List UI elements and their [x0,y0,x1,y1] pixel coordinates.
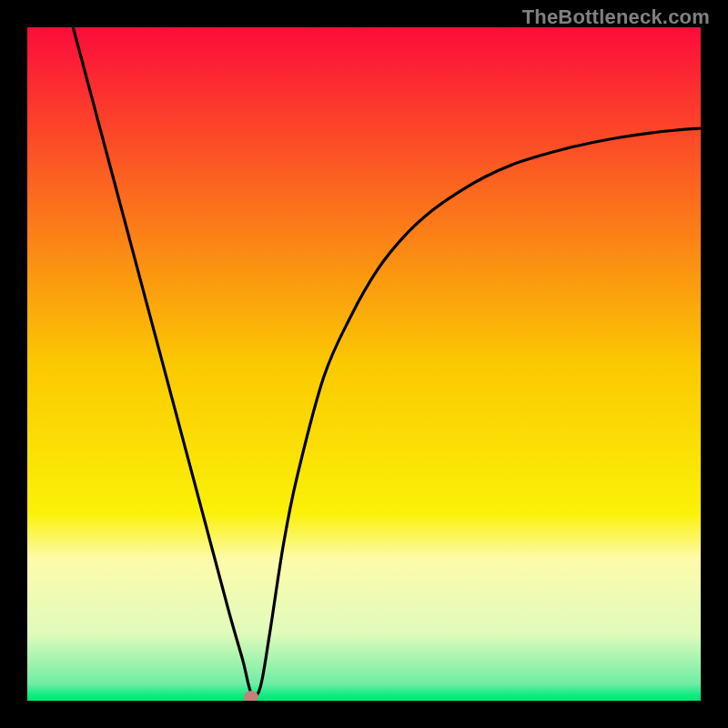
chart-plot-area [27,27,701,701]
watermark-label: TheBottleneck.com [522,5,710,29]
optimum-point-marker [244,691,258,701]
chart-frame [27,27,701,701]
bottleneck-curve [27,27,701,701]
